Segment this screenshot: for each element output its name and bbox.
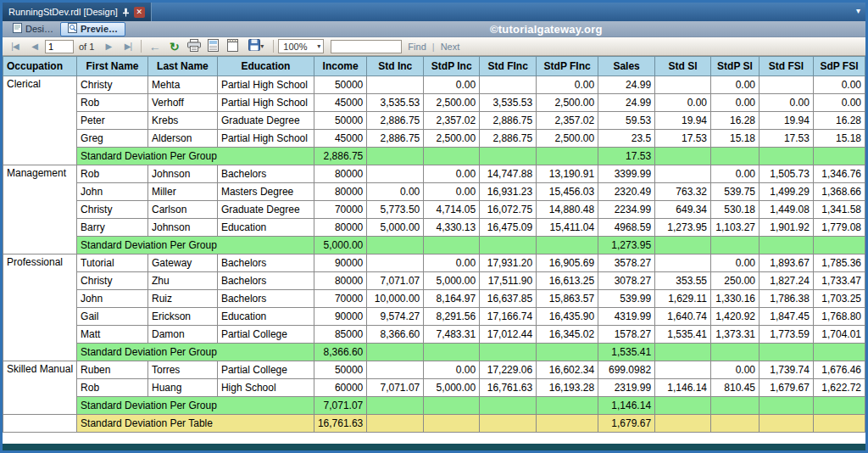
- group-total-row: Standard Deviation Per Group2,886.7517.5…: [3, 148, 865, 165]
- cell: 4,330.13: [424, 219, 480, 237]
- data-row: RobHuangHigh School600007,071.075,000.00…: [3, 379, 865, 397]
- printer-icon: [187, 39, 201, 54]
- total-label: Standard Deviation Per Group: [77, 344, 314, 361]
- print-button[interactable]: [185, 38, 203, 54]
- cell: 0.00: [367, 183, 424, 201]
- tab-preview-label: Previe…: [81, 24, 118, 34]
- cell: 1,773.59: [760, 326, 814, 344]
- cell: 14,747.88: [480, 165, 537, 183]
- toolbar-separator: [141, 40, 142, 53]
- cell: 8,366.60: [367, 326, 424, 344]
- cell: 60000: [314, 379, 366, 397]
- cell: 16.28: [813, 112, 865, 130]
- cell: Alderson: [147, 130, 217, 148]
- cell: 1,330.16: [711, 290, 760, 308]
- cell: 0.00: [424, 76, 480, 94]
- find-input[interactable]: [331, 40, 402, 53]
- empty-cell: [424, 397, 480, 415]
- cell: 16,435.90: [537, 308, 598, 326]
- cell: 0.00: [711, 165, 760, 183]
- cell: 2,357.02: [537, 112, 598, 130]
- column-header: StdP FInc: [537, 57, 598, 76]
- zoom-value: 100%: [283, 42, 307, 52]
- cell: 15.18: [813, 130, 865, 148]
- print-layout-button[interactable]: [204, 38, 222, 54]
- column-header: Std FSl: [760, 57, 814, 76]
- page-setup-button[interactable]: [224, 38, 242, 54]
- cell: Rob: [77, 94, 148, 112]
- cell: Gail: [77, 308, 148, 326]
- cell: [655, 165, 711, 183]
- cell: Mehta: [147, 76, 217, 94]
- cell: Ruben: [77, 361, 148, 379]
- empty-cell: [424, 344, 480, 361]
- tab-preview[interactable]: Previe…: [60, 22, 125, 36]
- empty-cell: [424, 415, 480, 433]
- empty-cell: [760, 237, 814, 254]
- prev-page-button[interactable]: ◀: [25, 38, 43, 54]
- cell: Bachelors: [217, 272, 314, 290]
- page-number-input[interactable]: [45, 40, 74, 53]
- close-icon[interactable]: ✕: [134, 7, 145, 18]
- last-page-button[interactable]: ▶|: [119, 38, 136, 54]
- cell: 1,785.36: [813, 254, 865, 272]
- cell: Barry: [77, 219, 148, 237]
- cell: 5,000.00: [424, 272, 480, 290]
- cell: 1,676.46: [813, 361, 865, 379]
- cell: 16,613.25: [537, 272, 598, 290]
- data-row: ChristyZhuBachelors800007,071.075,000.00…: [3, 272, 865, 290]
- cell: 1,779.08: [813, 219, 865, 237]
- cell: [480, 76, 537, 94]
- next-page-button[interactable]: ▶: [99, 38, 117, 54]
- data-row: JohnRuizBachelors7000010,000.008,164.971…: [3, 290, 865, 308]
- cell: Christy: [77, 76, 148, 94]
- empty-cell: [3, 415, 77, 433]
- cell: 50000: [314, 361, 366, 379]
- cell: Bachelors: [217, 254, 314, 272]
- cell: 1,146.14: [655, 379, 711, 397]
- design-icon: [13, 23, 22, 35]
- total-income-value: 7,071.07: [314, 397, 366, 415]
- tab-design[interactable]: Desi…: [6, 22, 60, 36]
- cell: 2,500.00: [424, 130, 480, 148]
- refresh-button[interactable]: ↻: [165, 38, 183, 54]
- cell: 16,193.28: [537, 379, 598, 397]
- cell: Rob: [77, 165, 148, 183]
- export-button[interactable]: ▾: [243, 38, 269, 54]
- cell: 16,345.02: [537, 326, 598, 344]
- cell: Education: [217, 219, 314, 237]
- cell: 2,357.02: [424, 112, 480, 130]
- app-window: RunningStDev.rdl [Design] ✕ ▾ Desi… Prev…: [0, 0, 868, 453]
- cell: 17,012.44: [480, 326, 537, 344]
- total-income-value: 16,761.63: [314, 415, 366, 433]
- find-next-button[interactable]: Next: [441, 42, 460, 52]
- cell: 17,229.06: [480, 361, 537, 379]
- cell: Johnson: [147, 165, 217, 183]
- empty-cell: [537, 237, 598, 254]
- cell: 45000: [314, 94, 366, 112]
- cell: Miller: [147, 183, 217, 201]
- total-label: Standard Deviation Per Group: [77, 237, 314, 254]
- cell: 0.00: [424, 361, 480, 379]
- pin-icon[interactable]: [122, 8, 130, 17]
- column-header: SdP FSl: [813, 57, 865, 76]
- group-total-row: Standard Deviation Per Group7,071.071,14…: [3, 397, 865, 415]
- cell: 0.00: [711, 254, 760, 272]
- back-to-parent-button[interactable]: ←: [146, 38, 164, 54]
- report-table: OccupationFirst NameLast NameEducationIn…: [3, 56, 865, 433]
- zoom-select[interactable]: 100% ▾: [278, 39, 324, 53]
- cell: 59.53: [598, 112, 655, 130]
- document-tab[interactable]: RunningStDev.rdl [Design] ✕: [3, 3, 152, 21]
- cell: 2,886.75: [367, 112, 424, 130]
- find-button[interactable]: Find: [408, 42, 426, 52]
- total-label: Standard Deviation Per Table: [77, 415, 314, 433]
- cell: 17,931.20: [480, 254, 537, 272]
- chevron-down-icon[interactable]: ▾: [856, 6, 860, 15]
- cell: Graduate Degree: [217, 201, 314, 219]
- first-page-button[interactable]: |◀: [6, 38, 24, 54]
- cell: 80000: [314, 219, 366, 237]
- export-dropdown-icon: ▾: [260, 42, 264, 50]
- cell: 2,500.00: [537, 130, 598, 148]
- cell: 1578.27: [598, 326, 655, 344]
- cell: 16,905.69: [537, 254, 598, 272]
